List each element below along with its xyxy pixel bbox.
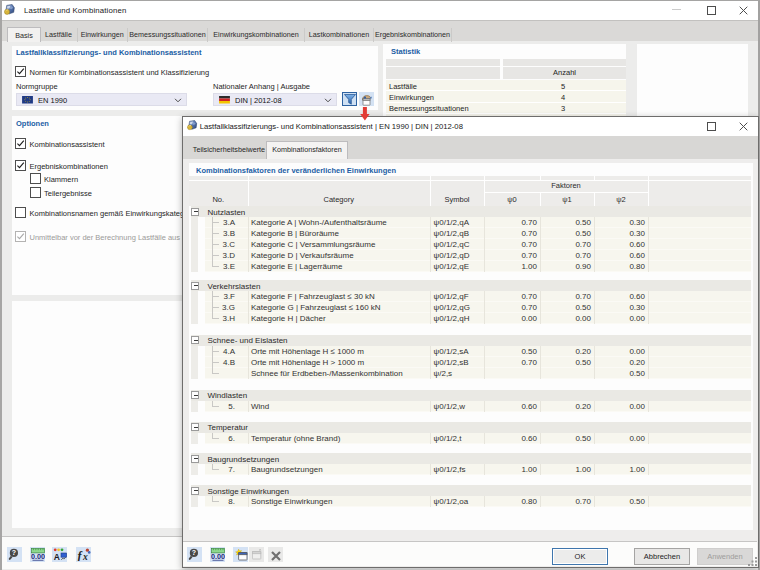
svg-text:0.00: 0.00: [211, 552, 225, 561]
svg-text:?: ?: [192, 549, 196, 556]
svg-text:A: A: [54, 552, 60, 561]
svg-text:x: x: [82, 552, 88, 561]
svg-text:f: f: [77, 549, 82, 561]
svg-text:0.00: 0.00: [31, 552, 45, 561]
svg-text:?: ?: [12, 549, 16, 556]
